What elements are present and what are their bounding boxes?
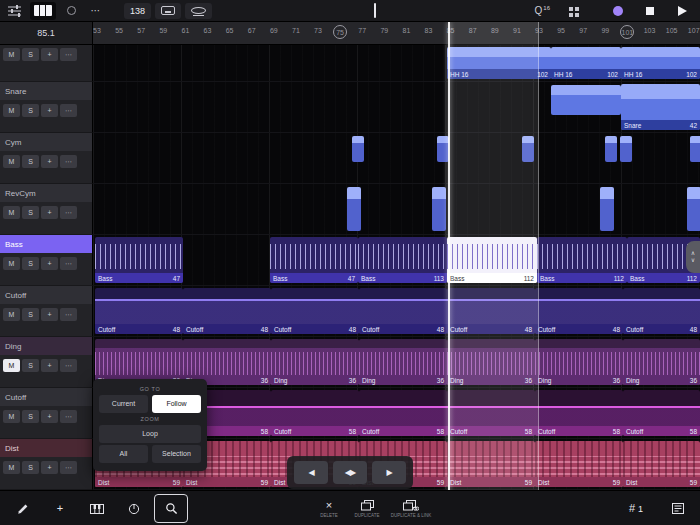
circle-button[interactable] (61, 2, 81, 20)
delete-button[interactable]: × DELETE (312, 494, 346, 523)
ruler-tick[interactable]: 63 (204, 27, 212, 34)
track-more-button[interactable]: ⋯ (60, 359, 77, 372)
track-more-button[interactable]: ⋯ (60, 461, 77, 474)
add-button[interactable]: + (41, 206, 58, 219)
record-button[interactable] (608, 2, 628, 20)
loop-button[interactable] (185, 3, 212, 19)
track-name-label[interactable]: Dist (0, 439, 92, 458)
clip[interactable] (551, 85, 621, 115)
clip[interactable]: Ding36 (271, 339, 359, 385)
clip[interactable]: HH 16102 (551, 47, 621, 79)
ruler-tick[interactable]: 95 (557, 27, 565, 34)
clip[interactable]: Cutoff58 (271, 390, 359, 436)
ruler-tick[interactable]: 71 (292, 27, 300, 34)
clip[interactable]: Ding36 (535, 339, 623, 385)
nav-fit-button[interactable]: ◀▶ (333, 461, 367, 484)
keyboard-button[interactable] (30, 2, 56, 20)
track-name-label[interactable]: Cutoff (0, 388, 92, 407)
ruler-tick[interactable]: 57 (137, 27, 145, 34)
zoom-loop-button[interactable]: Loop (99, 425, 201, 443)
ruler-tick[interactable]: 87 (469, 27, 477, 34)
clip[interactable]: Bass47 (270, 237, 358, 283)
add-button[interactable]: + (41, 48, 58, 61)
clip[interactable]: Cutoff58 (447, 390, 535, 436)
track-name-label[interactable]: Ding (0, 337, 92, 356)
ruler-tick[interactable]: 69 (270, 27, 278, 34)
mute-button[interactable]: M (3, 359, 20, 372)
clip[interactable]: Cutoff48 (271, 288, 359, 334)
clip[interactable]: Dist59 (447, 441, 535, 487)
clip[interactable] (437, 136, 449, 162)
clip[interactable]: HH 16102 (621, 47, 700, 79)
mute-button[interactable]: M (3, 155, 20, 168)
solo-button[interactable]: S (22, 48, 39, 61)
mute-button[interactable]: M (3, 48, 20, 61)
track-name-label[interactable]: RevCym (0, 184, 92, 203)
solo-button[interactable]: S (22, 104, 39, 117)
ruler-tick[interactable]: 105 (666, 27, 678, 34)
nav-next-button[interactable]: ▶ (372, 461, 406, 484)
solo-button[interactable]: S (22, 410, 39, 423)
nav-prev-button[interactable]: ◀ (294, 461, 328, 484)
track-more-button[interactable]: ⋯ (60, 308, 77, 321)
goto-follow-button[interactable]: Follow (152, 395, 201, 413)
ruler-tick[interactable]: 99 (601, 27, 609, 34)
zoom-all-button[interactable]: All (99, 445, 148, 463)
mute-button[interactable]: M (3, 206, 20, 219)
mute-button[interactable]: M (3, 410, 20, 423)
tempo-display[interactable]: 138 (124, 3, 151, 19)
clip[interactable]: HH 16102 (447, 47, 551, 79)
ruler-tick[interactable]: 79 (380, 27, 388, 34)
clip[interactable]: Dist59 (623, 441, 700, 487)
clip[interactable] (605, 136, 617, 162)
solo-button[interactable]: S (22, 461, 39, 474)
ruler-tick[interactable]: 75 (333, 25, 347, 39)
clip[interactable]: Snare42 (621, 84, 700, 130)
goto-current-button[interactable]: Current (99, 395, 148, 413)
clip[interactable]: Dist59 (535, 441, 623, 487)
clip[interactable]: Ding36 (447, 339, 535, 385)
add-tool-button[interactable]: + (43, 494, 77, 523)
clip[interactable] (687, 187, 700, 231)
clip[interactable]: Bass112 (447, 237, 537, 283)
track-lane[interactable]: HH 16102HH 16102HH 16102 (93, 45, 700, 82)
mixer-button[interactable] (5, 2, 25, 20)
ruler-tick[interactable]: 97 (579, 27, 587, 34)
position-display[interactable]: 85.1 (0, 22, 93, 44)
clip[interactable]: Cutoff58 (359, 390, 447, 436)
solo-button[interactable]: S (22, 359, 39, 372)
ruler-tick[interactable]: 59 (159, 27, 167, 34)
clip[interactable]: Cutoff48 (95, 288, 183, 334)
ruler-tick[interactable]: 91 (513, 27, 521, 34)
track-lane[interactable]: Bass47Bass47Bass113Bass112Bass112Bass112 (93, 235, 700, 286)
solo-button[interactable]: S (22, 155, 39, 168)
list-panel-button[interactable] (661, 494, 695, 523)
keys-tool-button[interactable] (80, 494, 114, 523)
add-button[interactable]: + (41, 104, 58, 117)
scroll-handle[interactable]: ∧ ∨ (686, 241, 700, 273)
mute-button[interactable]: M (3, 257, 20, 270)
ruler-tick[interactable]: 81 (402, 27, 410, 34)
solo-button[interactable]: S (22, 206, 39, 219)
draw-tool-button[interactable] (6, 494, 40, 523)
clip[interactable] (600, 187, 614, 231)
zoom-tool-button[interactable] (154, 494, 188, 523)
solo-button[interactable]: S (22, 257, 39, 270)
track-name-label[interactable]: Cutoff (0, 286, 92, 305)
track-more-button[interactable]: ⋯ (60, 257, 77, 270)
zoom-selection-button[interactable]: Selection (152, 445, 201, 463)
quantize-display[interactable]: Q16 (535, 5, 550, 16)
ruler-tick[interactable]: 89 (491, 27, 499, 34)
clip[interactable]: Cutoff48 (183, 288, 271, 334)
clip[interactable]: Bass112 (537, 237, 627, 283)
clip[interactable] (432, 187, 446, 231)
solo-button[interactable]: S (22, 308, 39, 321)
track-more-button[interactable]: ⋯ (60, 104, 77, 117)
grid-button[interactable] (562, 2, 582, 20)
ruler-tick[interactable]: 93 (535, 27, 543, 34)
track-more-button[interactable]: ⋯ (60, 206, 77, 219)
ruler-tick[interactable]: 73 (314, 27, 322, 34)
pattern-number-button[interactable]: # 1 (619, 494, 653, 523)
track-lane[interactable]: Cutoff48Cutoff48Cutoff48Cutoff48Cutoff48… (93, 286, 700, 337)
add-button[interactable]: + (41, 308, 58, 321)
